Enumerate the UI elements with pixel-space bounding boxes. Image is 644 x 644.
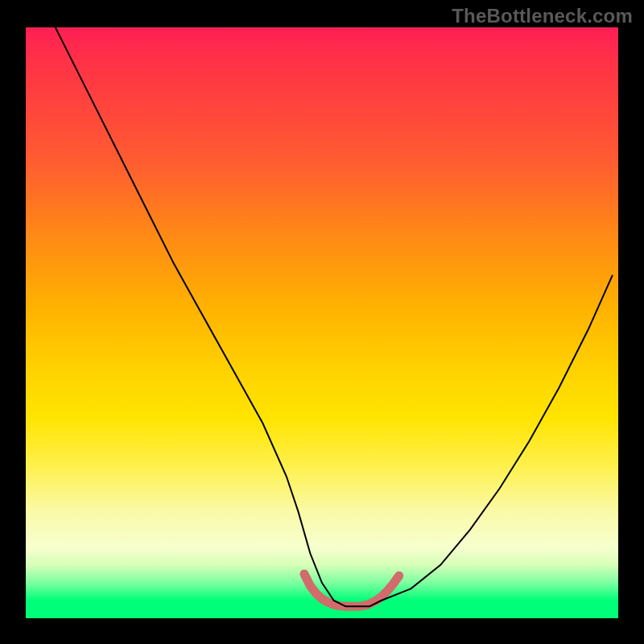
bottom-highlight-line bbox=[304, 574, 399, 606]
curve-line bbox=[56, 27, 613, 606]
chart-frame: TheBottleneck.com bbox=[0, 0, 644, 644]
chart-overlay bbox=[26, 27, 618, 618]
watermark-text: TheBottleneck.com bbox=[452, 5, 633, 27]
plot-area bbox=[26, 27, 618, 618]
